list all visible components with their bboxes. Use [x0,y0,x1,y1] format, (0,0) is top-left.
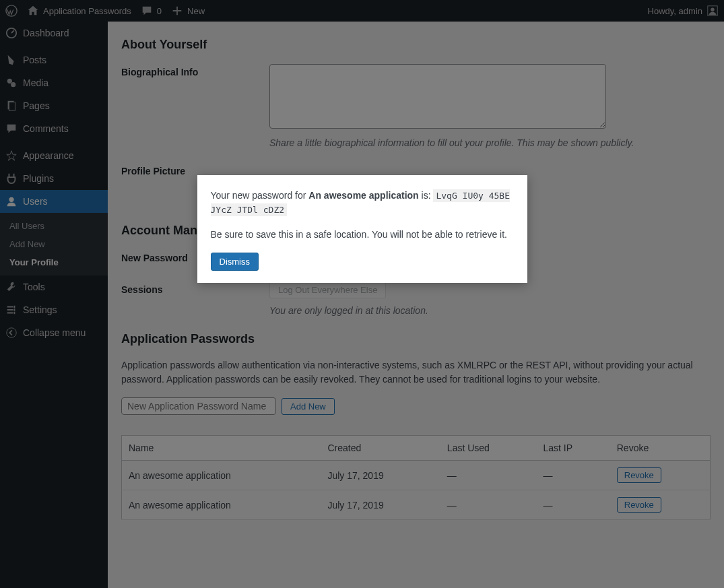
modal-overlay: Your new password for An awesome applica… [0,0,724,588]
dismiss-button[interactable]: Dismiss [211,253,259,271]
dialog-warning: Be sure to save this in a safe location.… [211,228,514,242]
new-password-dialog: Your new password for An awesome applica… [197,175,527,283]
dialog-password-line: Your new password for An awesome applica… [211,189,514,217]
dialog-app-name: An awesome application [308,190,418,201]
